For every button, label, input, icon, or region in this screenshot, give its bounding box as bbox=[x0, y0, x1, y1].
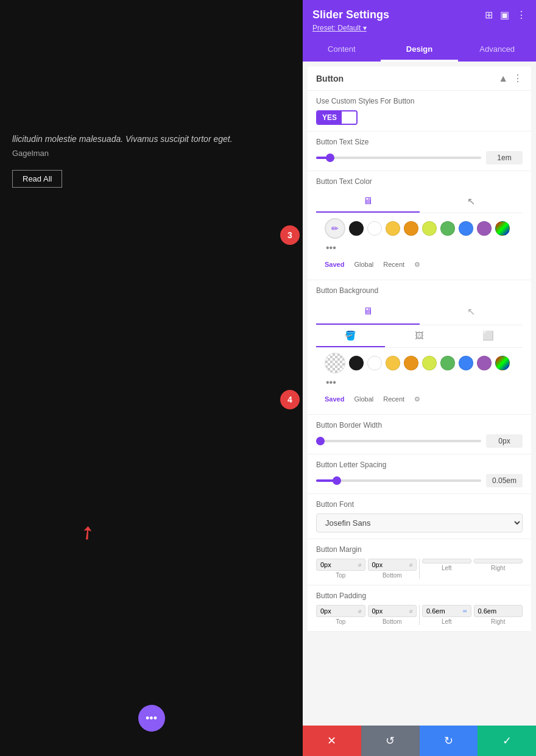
bg-tabs: 🖥 ↖ bbox=[316, 300, 523, 325]
bottom-toolbar: ✕ ↺ ↻ ✓ bbox=[303, 726, 536, 756]
bg-color-blue[interactable] bbox=[459, 356, 473, 370]
collapse-icon[interactable]: ▲ bbox=[498, 73, 508, 84]
bg-color-black[interactable] bbox=[349, 356, 364, 370]
text-size-track[interactable] bbox=[316, 157, 481, 159]
color-pencil-btn[interactable]: ✏ bbox=[325, 218, 345, 239]
bg-color-purple[interactable] bbox=[477, 356, 492, 370]
border-width-input[interactable]: 0px bbox=[486, 434, 523, 448]
panel-header: Slider Settings ⊞ ▣ ⋮ Preset: Default ▾ bbox=[303, 0, 536, 38]
toggle-no bbox=[342, 111, 356, 124]
color-white[interactable] bbox=[367, 221, 382, 236]
bg-tab-desktop[interactable]: 🖥 bbox=[316, 300, 420, 325]
bg-color-gradient[interactable] bbox=[495, 356, 510, 370]
text-color-picker: ✏ ••• bbox=[316, 213, 523, 258]
bg-saved-label: Saved bbox=[325, 395, 344, 403]
transparency-swatch[interactable] bbox=[325, 353, 345, 373]
more-options-icon[interactable]: ⋮ bbox=[517, 9, 526, 21]
color-gradient[interactable] bbox=[495, 221, 510, 236]
redo-button[interactable]: ↻ bbox=[420, 726, 478, 756]
border-width-track[interactable] bbox=[316, 440, 481, 442]
letter-spacing-label: Button Letter Spacing bbox=[316, 461, 523, 469]
color-yellow-light[interactable] bbox=[386, 221, 400, 236]
margin-bottom-value: 0px bbox=[372, 561, 410, 568]
bg-image-tab[interactable]: 🖼 bbox=[385, 325, 454, 347]
bg-color-yellow[interactable] bbox=[386, 356, 400, 370]
text-size-row: 2 Button Text Size 1em bbox=[308, 132, 531, 171]
padding-right-wrap: 0.6em Right bbox=[474, 605, 523, 625]
margin-top-link: ⌀ bbox=[358, 562, 361, 568]
margin-right-wrap: Right bbox=[474, 559, 523, 579]
tab-bar: Content Design Advanced bbox=[303, 38, 536, 62]
margin-top-wrap: 0px ⌀ Top bbox=[316, 559, 365, 579]
color-tab-hover[interactable]: ↖ bbox=[420, 191, 523, 213]
padding-left-label: Left bbox=[442, 618, 452, 625]
color-orange[interactable] bbox=[404, 221, 418, 236]
bg-color-more[interactable]: ••• bbox=[325, 377, 337, 388]
bg-color-orange[interactable] bbox=[404, 356, 418, 370]
color-yellow-green[interactable] bbox=[422, 221, 437, 236]
toggle-yes: YES bbox=[317, 111, 342, 124]
font-select[interactable]: Josefin Sans Open Sans Roboto Lato bbox=[316, 514, 523, 532]
section-more-icon[interactable]: ⋮ bbox=[513, 72, 523, 84]
tab-advanced[interactable]: Advanced bbox=[458, 38, 536, 62]
padding-link-icon: ∞ bbox=[463, 608, 467, 614]
border-width-label: Button Border Width bbox=[316, 421, 523, 429]
undo-button[interactable]: ↺ bbox=[361, 726, 420, 756]
color-gear-icon[interactable]: ⚙ bbox=[414, 261, 420, 269]
bg-recent-label: Recent bbox=[383, 395, 404, 403]
global-label: Global bbox=[354, 261, 373, 269]
margin-inputs: 0px ⌀ Top 0px ⌀ Bottom bbox=[316, 559, 523, 579]
custom-styles-toggle[interactable]: YES bbox=[316, 110, 358, 125]
bg-color-white[interactable] bbox=[367, 356, 382, 370]
bg-flat-tab[interactable]: 🪣 bbox=[316, 325, 385, 347]
letter-spacing-track[interactable] bbox=[316, 479, 481, 482]
border-width-row: 5 Button Border Width 0px bbox=[308, 415, 531, 454]
bg-gradient-tab[interactable]: ⬜ bbox=[454, 325, 523, 347]
header-icons: ⊞ ▣ ⋮ bbox=[485, 9, 526, 21]
bg-color-lime[interactable] bbox=[422, 356, 437, 370]
step-badge-3: 3 bbox=[280, 225, 300, 245]
color-black[interactable] bbox=[349, 221, 364, 236]
color-tabs: 🖥 ↖ bbox=[316, 191, 523, 213]
text-size-input[interactable]: 1em bbox=[486, 151, 523, 164]
bg-label: Button Background bbox=[316, 286, 523, 295]
quote-text: llicitudin molestie malesuada. Vivamus s… bbox=[12, 134, 291, 144]
tab-design[interactable]: Design bbox=[381, 38, 459, 62]
margin-right-label: Right bbox=[491, 565, 505, 571]
text-size-label: Button Text Size bbox=[316, 138, 523, 146]
button-section: Button ▲ ⋮ 1 Use Custom Styles For Butto… bbox=[308, 66, 531, 632]
fullscreen-icon[interactable]: ⊞ bbox=[485, 9, 493, 21]
letter-spacing-row: 6 Button Letter Spacing 0.05em bbox=[308, 454, 531, 494]
more-button[interactable]: ••• bbox=[138, 705, 165, 732]
color-green[interactable] bbox=[440, 221, 455, 236]
preset-label[interactable]: Preset: Default ▾ bbox=[312, 24, 526, 32]
bg-gear-icon[interactable]: ⚙ bbox=[414, 395, 420, 403]
margin-bottom-label: Bottom bbox=[383, 572, 402, 579]
tab-content[interactable]: Content bbox=[303, 38, 381, 62]
padding-left-value: 0.6em bbox=[426, 607, 463, 615]
cancel-button[interactable]: ✕ bbox=[303, 726, 361, 756]
bg-color-green[interactable] bbox=[440, 356, 455, 370]
header-top: Slider Settings ⊞ ▣ ⋮ bbox=[312, 9, 526, 21]
custom-styles-label: Use Custom Styles For Button bbox=[316, 97, 523, 105]
color-tab-desktop[interactable]: 🖥 bbox=[316, 191, 420, 213]
toggle-wrap: YES bbox=[316, 110, 523, 125]
right-panel: Slider Settings ⊞ ▣ ⋮ Preset: Default ▾ … bbox=[303, 0, 536, 756]
read-all-button[interactable]: Read All bbox=[12, 170, 62, 188]
padding-right-value: 0.6em bbox=[478, 607, 519, 615]
border-width-slider-row: 0px bbox=[316, 434, 523, 448]
margin-bottom-link: ⌀ bbox=[409, 562, 412, 568]
more-label: ••• bbox=[146, 712, 157, 725]
margin-top-value: 0px bbox=[320, 561, 358, 568]
padding-inputs: 0px ⌀ Top 0px ⌀ Bottom bbox=[316, 605, 523, 625]
save-button[interactable]: ✓ bbox=[478, 726, 536, 756]
save-icon: ✓ bbox=[503, 734, 512, 747]
margin-top-label: Top bbox=[336, 572, 345, 579]
letter-spacing-input[interactable]: 0.05em bbox=[486, 474, 523, 487]
color-purple[interactable] bbox=[477, 221, 492, 236]
padding-right-label: Right bbox=[491, 618, 505, 625]
color-blue[interactable] bbox=[459, 221, 473, 236]
color-more-btn[interactable]: ••• bbox=[325, 242, 337, 253]
bg-tab-hover[interactable]: ↖ bbox=[420, 300, 523, 325]
columns-icon[interactable]: ▣ bbox=[500, 9, 509, 21]
